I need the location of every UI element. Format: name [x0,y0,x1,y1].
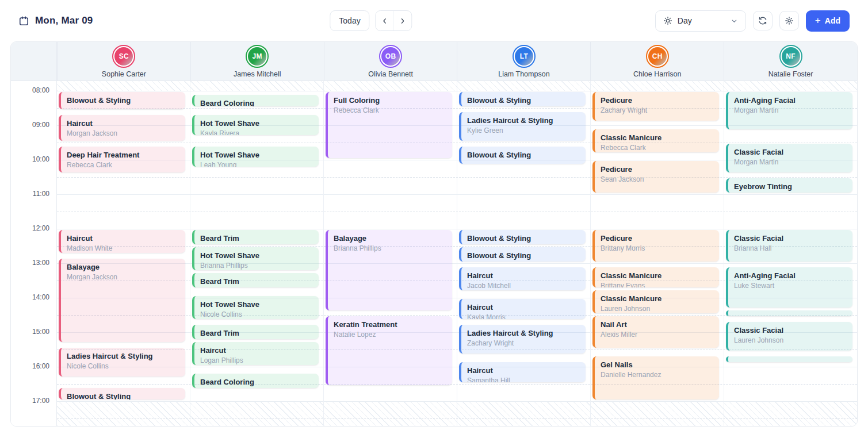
event-card[interactable]: Eyebrow Tinting [726,178,852,193]
event-card[interactable]: Hot Towel ShaveLeah Young [192,147,319,167]
event-client: Luke Stewart [734,282,847,290]
day-columns: Blowout & StylingHaircutMorgan JacksonDe… [57,81,857,426]
event-client: Kylie Green [467,126,580,135]
event-card[interactable]: Classic ManicureBrittany Evans [592,267,719,287]
event-card[interactable]: Ladies Haircut & StylingKylie Green [459,112,586,141]
event-card[interactable]: Blowout & Styling [59,92,185,109]
event-title: Blowout & Styling [67,392,179,400]
event-title: Beard Trim [200,277,313,286]
time-label: 17:00 [32,397,49,405]
event-card[interactable]: BalayageBrianna Phillips [326,230,452,310]
event-card[interactable]: Blowout & Styling [459,230,586,244]
calendar-grid: 08:0009:0010:0011:0012:0013:0014:0015:00… [11,81,857,426]
event-card[interactable]: Hot Towel ShaveKayla Rivera [192,115,319,135]
event-card[interactable]: Classic FacialMorgan Martin [726,144,852,172]
event-title: Beard Trim [200,234,313,243]
event-card[interactable]: HaircutKayla Morris [459,299,586,319]
staff-header-james-mitchell[interactable]: JMJames Mitchell [190,42,324,80]
event-client: Alexis Miller [601,331,713,339]
day-column-james-mitchell: Beard ColoringHot Towel ShaveKayla River… [190,81,323,426]
event-client: Logan Phillips [200,356,313,364]
today-button[interactable]: Today [330,10,369,31]
staff-header-sophie-carter[interactable]: SCSophie Carter [57,42,190,80]
next-day-button[interactable] [394,11,412,30]
event-card[interactable]: BalayageMorgan Jackson [59,259,185,342]
event-card[interactable]: Eyebrow Threading [726,356,852,362]
event-client: Danielle Hernandez [601,371,713,379]
event-card[interactable]: Beard Coloring [192,374,319,388]
event-card[interactable]: HaircutJacob Mitchell [459,267,586,290]
staff-header-row: SCSophie CarterJMJames MitchellOBOlivia … [11,42,857,81]
event-card[interactable]: Anti-Aging FacialMorgan Martin [726,92,852,129]
gear-icon [785,16,794,25]
staff-header-natalie-foster[interactable]: NFNatalie Foster [724,42,857,80]
event-card[interactable]: Hot Towel ShaveBrianna Phillips [192,247,319,270]
refresh-button[interactable] [753,11,773,30]
event-card[interactable]: PedicureBrittany Morris [592,230,719,262]
event-card[interactable]: Blowout & Styling [459,147,586,164]
event-client: Kayla Rivera [200,129,313,135]
avatar-initials: CH [648,47,667,66]
event-title: Keratin Treatment [334,320,446,329]
event-card[interactable]: Classic FacialLauren Johnson [726,322,852,351]
day-column-sophie-carter: Blowout & StylingHaircutMorgan JacksonDe… [57,81,190,426]
event-client: Leah Young [200,161,313,167]
event-card[interactable]: Hot Towel ShaveNicole Collins [192,296,319,319]
event-title: Eyebrow Threading [734,314,847,316]
event-card[interactable]: Classic FacialBrianna Hall [726,230,852,262]
avatar-initials: JM [248,47,266,66]
event-card[interactable]: Full ColoringRebecca Clark [326,92,452,158]
event-card[interactable]: Beard Trim [192,273,319,287]
event-title: Gel Nails [601,360,713,369]
event-card[interactable]: Gel NailsDanielle Hernandez [592,356,719,400]
event-card[interactable]: Keratin TreatmentNatalie Lopez [326,316,452,385]
add-button[interactable]: + Add [806,10,850,32]
staff-header-olivia-bennett[interactable]: OBOlivia Bennett [324,42,457,80]
event-title: Haircut [467,366,580,375]
event-card[interactable]: PedicureZachary Wright [592,92,719,121]
event-title: Beard Coloring [200,99,313,106]
event-title: Eyebrow Threading [734,360,847,362]
sun-icon [663,16,672,25]
event-card[interactable]: Classic ManicureLauren Johnson [592,290,719,313]
calendar-icon [18,16,29,26]
avatar-initials: NF [782,47,800,66]
event-card[interactable]: Ladies Haircut & StylingNicole Collins [59,348,185,377]
event-card[interactable]: HaircutLogan Phillips [192,342,319,365]
event-card[interactable]: Eyebrow Threading [726,310,852,316]
day-column-liam-thompson: Blowout & StylingLadies Haircut & Stylin… [457,81,590,426]
event-title: Anti-Aging Facial [734,96,847,105]
event-card[interactable]: Blowout & Styling [459,92,586,106]
event-title: Nail Art [601,320,713,329]
avatar: JM [246,45,269,68]
event-title: Hot Towel Shave [200,151,313,159]
event-card[interactable]: Nail ArtAlexis Miller [592,316,719,348]
settings-button[interactable] [779,11,799,30]
view-mode-select[interactable]: Day [655,10,746,32]
time-label: 12:00 [32,224,49,232]
event-card[interactable]: Beard Coloring [192,95,319,106]
event-card[interactable]: Anti-Aging FacialLuke Stewart [726,267,852,308]
event-card[interactable]: HaircutMadison White [59,230,185,253]
event-title: Classic Manicure [601,294,713,303]
staff-header-chloe-harrison[interactable]: CHChloe Harrison [590,42,724,80]
event-card[interactable]: Classic ManicureRebecca Clark [592,129,719,152]
event-card[interactable]: Beard Trim [192,230,319,244]
prev-day-button[interactable] [376,11,394,30]
staff-header-liam-thompson[interactable]: LTLiam Thompson [457,42,590,80]
event-card[interactable]: Beard Trim [192,325,319,339]
event-client: Brianna Hall [734,244,847,252]
event-card[interactable]: Deep Hair TreatmentRebecca Clark [59,147,185,172]
date-picker[interactable]: Mon, Mar 09 [18,15,93,26]
event-card[interactable]: Ladies Haircut & StylingZachary Wright [459,325,586,354]
page-title: Mon, Mar 09 [35,15,93,26]
event-client: Rebecca Clark [601,144,713,152]
event-card[interactable]: Blowout & Styling [459,247,586,262]
event-client: Zachary Wright [467,339,580,347]
event-card[interactable]: PedicureSean Jackson [592,161,719,193]
event-card[interactable]: HaircutMorgan Jackson [59,115,185,141]
event-card[interactable]: Blowout & Styling [59,388,185,400]
event-card[interactable]: HaircutSamantha Hill [459,362,586,382]
event-title: Ladies Haircut & Styling [467,116,580,125]
refresh-icon [758,16,767,25]
